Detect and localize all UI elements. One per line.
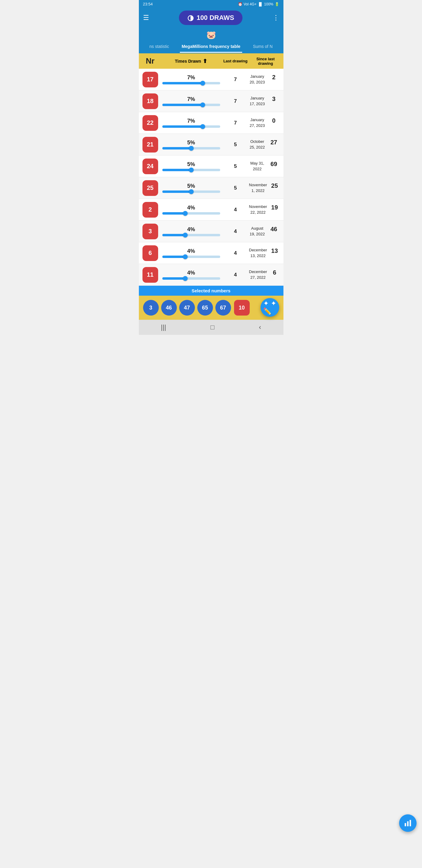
last-drawing-cell: January 27, 2023 [249, 117, 266, 128]
number-badge-cell: 3 [140, 224, 161, 239]
table-row: 25 5% 5 November 1, 2022 25 [139, 177, 284, 199]
table-row: 3 4% 4 August 19, 2022 46 [139, 221, 284, 242]
last-since-cell: August 19, 2022 46 [249, 226, 282, 237]
pct-label: 5% [187, 140, 195, 146]
last-drawing-cell: May 31, 2022 [249, 161, 266, 172]
header: ☰ ◑ 100 DRAWS ⋮ [139, 8, 284, 29]
tab-frequency[interactable]: MegaMillions frequency table [180, 41, 242, 53]
table-row: 2 4% 4 November 22, 2022 19 [139, 199, 284, 221]
blue-balls-container: 346476567 [143, 300, 231, 315]
times-cell: 4% [161, 226, 222, 236]
status-icons: ⏰ Vol 4G+ ▐▌ 100% 🔋 [238, 2, 279, 6]
number-badge: 2 [142, 202, 158, 218]
selected-blue-ball[interactable]: 46 [161, 300, 177, 315]
last-drawing-cell: October 25, 2022 [249, 139, 266, 150]
count-cell: 7 [222, 98, 249, 104]
selected-blue-ball[interactable]: 3 [143, 300, 159, 315]
since-cell: 2 [266, 74, 282, 85]
network-icon: Vol 4G+ [244, 2, 257, 6]
table-row: 21 5% 5 October 25, 2022 27 [139, 134, 284, 156]
count-cell: 7 [222, 120, 249, 126]
count-cell: 4 [222, 272, 249, 278]
number-badge: 22 [142, 115, 158, 131]
tab-stats[interactable]: ns statistic [139, 41, 180, 53]
table-row: 24 5% 5 May 31, 2022 69 [139, 156, 284, 177]
last-since-cell: December 13, 2022 13 [249, 247, 282, 258]
times-cell: 5% [161, 140, 222, 150]
pct-label: 7% [187, 96, 195, 102]
piggy-icon: 🐷 [206, 30, 216, 39]
since-cell: 6 [267, 269, 282, 280]
piggy-banner: 🐷 [139, 29, 284, 41]
last-since-cell: May 31, 2022 69 [249, 161, 282, 172]
draws-button[interactable]: ◑ 100 DRAWS [179, 10, 243, 25]
times-cell: 4% [161, 248, 222, 258]
pct-label: 4% [187, 226, 195, 233]
menu-button[interactable]: ☰ [143, 14, 149, 22]
times-cell: 5% [161, 161, 222, 171]
number-badge-cell: 21 [140, 137, 161, 153]
last-drawing-cell: January 20, 2023 [249, 74, 266, 85]
header-nr: Nr [140, 56, 161, 66]
since-cell: 27 [266, 139, 282, 150]
camera-icon: ◑ [187, 13, 194, 22]
status-bar: 23:54 ⏰ Vol 4G+ ▐▌ 100% 🔋 [139, 0, 284, 8]
signal-icon: ▐▌ [258, 2, 263, 6]
selected-blue-ball[interactable]: 65 [197, 300, 213, 315]
since-cell: 19 [267, 204, 282, 215]
table-row: 17 7% 7 January 20, 2023 2 [139, 69, 284, 90]
nav-home[interactable]: □ [210, 323, 215, 331]
pct-label: 7% [187, 118, 195, 124]
number-badge-cell: 17 [140, 72, 161, 87]
last-since-cell: November 1, 2022 25 [249, 182, 282, 193]
nav-back[interactable]: ‹ [259, 323, 261, 331]
times-cell: 5% [161, 183, 222, 193]
tab-sums[interactable]: Sums of N [242, 41, 283, 53]
number-badge-cell: 2 [140, 202, 161, 218]
last-since-cell: January 27, 2023 0 [249, 117, 282, 128]
number-badge-cell: 6 [140, 245, 161, 261]
last-drawing-cell: November 1, 2022 [249, 182, 267, 193]
sort-arrow-icon[interactable]: ⬆ [203, 58, 207, 64]
times-cell: 4% [161, 205, 222, 215]
tab-bar: ns statistic MegaMillions frequency tabl… [139, 41, 284, 53]
header-last-drawing: Last drawing [222, 59, 249, 63]
since-cell: 13 [267, 247, 282, 258]
red-ball-container: 10 [234, 300, 250, 315]
magic-fab[interactable]: ✦ ✦✏️ [261, 298, 279, 317]
nav-recent-apps[interactable]: ||| [161, 323, 166, 331]
selected-label: Selected numbers [139, 286, 284, 296]
number-badge: 21 [142, 137, 158, 153]
battery-icon: 🔋 [275, 2, 279, 6]
table-row: 22 7% 7 January 27, 2023 0 [139, 112, 284, 134]
number-badge-cell: 22 [140, 115, 161, 131]
number-badge-cell: 25 [140, 180, 161, 196]
count-cell: 7 [222, 76, 249, 83]
last-drawing-cell: December 13, 2022 [249, 247, 267, 258]
count-cell: 5 [222, 142, 249, 148]
number-badge-cell: 11 [140, 267, 161, 283]
last-drawing-cell: December 27, 2022 [249, 269, 267, 280]
pct-label: 4% [187, 270, 195, 276]
selected-red-ball[interactable]: 10 [234, 300, 250, 315]
number-badge: 3 [142, 224, 158, 239]
count-cell: 4 [222, 207, 249, 213]
times-cell: 7% [161, 118, 222, 128]
pct-label: 7% [187, 74, 195, 81]
number-badge: 25 [142, 180, 158, 196]
more-button[interactable]: ⋮ [272, 14, 279, 22]
selected-blue-ball[interactable]: 67 [215, 300, 231, 315]
number-badge: 6 [142, 245, 158, 261]
number-badge-cell: 18 [140, 93, 161, 109]
selected-blue-ball[interactable]: 47 [179, 300, 195, 315]
magic-icon: ✦ ✦✏️ [263, 300, 276, 315]
frequency-table: 17 7% 7 January 20, 2023 2 18 7% [139, 69, 284, 286]
since-cell: 0 [266, 117, 282, 128]
last-since-cell: November 22, 2022 19 [249, 204, 282, 215]
number-badge: 18 [142, 93, 158, 109]
times-cell: 7% [161, 74, 222, 84]
header-title: 100 DRAWS [197, 14, 234, 22]
since-cell: 3 [266, 96, 282, 106]
last-since-cell: October 25, 2022 27 [249, 139, 282, 150]
alarm-icon: ⏰ [238, 2, 242, 6]
